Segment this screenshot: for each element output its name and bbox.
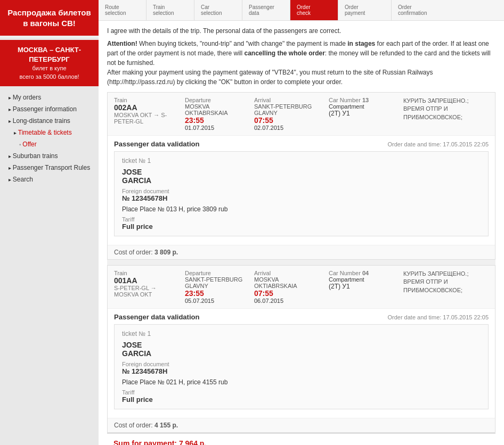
main-content: Routeselection Trainselection Carselecti… xyxy=(99,0,504,445)
attention-in-stages: in stages xyxy=(347,40,375,47)
seg2-car-num: 04 xyxy=(362,270,369,276)
seg1-arrival: Arrival SANKT-PETERBURG GLAVNY 07:55 02.… xyxy=(254,97,318,131)
seg1-dep-time: 23:55 xyxy=(185,116,243,125)
seg1-car-info: Car Number 13 Compartment (2T) У1 xyxy=(329,97,393,117)
seg2-dep-city: SANKT-PETERBURG GLAVNY xyxy=(185,276,243,289)
step-car: Carselection xyxy=(194,0,242,20)
seg1-price: 3809 rub xyxy=(202,205,227,213)
seg1-tariff-label: Tariff xyxy=(122,216,481,222)
sidebar-item-search[interactable]: ▸ Search xyxy=(0,174,99,185)
seg2-compartment-label: Compartment xyxy=(329,276,393,283)
step-order-payment: Orderpayment xyxy=(338,0,392,20)
seg2-order-date: Order date and time: 17.05.2015 22:05 xyxy=(387,314,489,320)
seg1-compartment-val: (2T) У1 xyxy=(329,110,393,117)
seg2-arr-city: MOSKVA OKTIABRSKAIA xyxy=(254,276,318,289)
seg1-ticket: ticket № 1 JOSE GARCIA Foreign document … xyxy=(114,151,489,236)
seg1-compartment-label: Compartment xyxy=(329,103,393,110)
sidebar-item-timetable[interactable]: ▸ Timetable & tickets xyxy=(0,127,99,138)
seg2-place-num: 021 Н xyxy=(166,378,183,386)
seg2-departure: Departure SANKT-PETERBURG GLAVNY 23:55 0… xyxy=(185,270,243,304)
promo-route: МОСКВА – САНКТ-ПЕТЕРБУРГ xyxy=(5,45,93,64)
seg2-compartment-val: (2T) У1 xyxy=(329,283,393,290)
seg1-car-num: 13 xyxy=(362,97,369,103)
promo-bottom[interactable]: МОСКВА – САНКТ-ПЕТЕРБУРГ билет в купе вс… xyxy=(0,40,99,86)
seg2-restrictions: КУРИТЬ ЗАПРЕЩЕНО.; ВРЕМЯ ОТПР И ПРИБМОСК… xyxy=(403,270,489,294)
segment-2: Train 001AA S-PETER-GL → MOSKVA OKT Depa… xyxy=(107,265,495,433)
seg2-dep-date: 05.07.2015 xyxy=(185,298,243,304)
steps-bar: Routeselection Trainselection Carselecti… xyxy=(99,0,504,21)
promo-offer: всего за 5000 баллов! xyxy=(5,73,93,81)
step-route: Routeselection xyxy=(99,0,147,20)
seg1-firstname: JOSE xyxy=(122,168,481,176)
seg2-arr-date: 06.07.2015 xyxy=(254,298,318,304)
seg2-arr-time: 07:55 xyxy=(254,289,318,298)
sidebar-item-passenger-info[interactable]: ▸ Passenger information xyxy=(0,103,99,115)
segment-2-info: Train 001AA S-PETER-GL → MOSKVA OKT Depa… xyxy=(108,266,495,309)
sidebar: Распродажа билетов в вагоны СВ! МОСКВА –… xyxy=(0,0,99,445)
seg1-arr-city: SANKT-PETERBURG GLAVNY xyxy=(254,103,318,116)
step-passenger: Passengerdata xyxy=(242,0,290,20)
promo-detail: билет в купе xyxy=(5,64,93,72)
sidebar-item-long-distance[interactable]: ▸ Long-distance trains xyxy=(0,115,99,127)
seg2-doc-label: Foreign document xyxy=(122,361,481,367)
seg1-ticket-num: ticket № 1 xyxy=(122,157,481,164)
sidebar-item-offer[interactable]: ◦ Offer xyxy=(0,138,99,150)
seg2-tariff-label: Tariff xyxy=(122,389,481,395)
seg1-doc-label: Foreign document xyxy=(122,188,481,194)
seg2-doc-number: № 12345678H xyxy=(122,367,481,375)
seg2-route: S-PETER-GL → MOSKVA OKT xyxy=(114,285,174,298)
seg1-arr-date: 02.07.2015 xyxy=(254,125,318,131)
seg1-tariff-value: Full price xyxy=(122,222,481,230)
step-train: Trainselection xyxy=(147,0,194,20)
promo-top[interactable]: Распродажа билетов в вагоны СВ! xyxy=(0,0,99,36)
sum-payment-row: Sum for payment: 7 964 р. xyxy=(107,433,495,445)
attention-cancel: cancelling the whole order xyxy=(244,50,324,57)
seg1-validation: Passenger data validation Order date and… xyxy=(108,136,495,245)
seg1-cost: Cost of order: 3 809 p. xyxy=(108,245,495,259)
attention-bold: Attention! xyxy=(107,40,137,47)
sidebar-nav: ▸ My orders ▸ Passenger information ▸ Lo… xyxy=(0,86,99,191)
seg1-place-price: Place Place № 013 Н, price 3809 rub xyxy=(122,205,481,213)
seg1-route: MOSKVA OKT → S-PETER-GL xyxy=(114,112,174,125)
seg2-train-number: Train 001AA S-PETER-GL → MOSKVA OKT xyxy=(114,270,174,298)
seg2-firstname: JOSE xyxy=(122,341,481,349)
seg2-validation: Passenger data validation Order date and… xyxy=(108,309,495,418)
seg2-validation-title: Passenger data validation Order date and… xyxy=(114,313,489,321)
seg2-ticket: ticket № 1 JOSE GARCIA Foreign document … xyxy=(114,324,489,409)
seg2-tariff-value: Full price xyxy=(122,395,481,403)
seg1-dep-date: 01.07.2015 xyxy=(185,125,243,131)
seg2-arrival: Arrival MOSKVA OKTIABRSKAIA 07:55 06.07.… xyxy=(254,270,318,304)
seg2-cost-val: 4 155 p. xyxy=(155,422,178,429)
seg2-lastname: GARCIA xyxy=(122,349,481,358)
seg1-place-num: 013 Н xyxy=(166,205,183,213)
seg2-car-info: Car Number 04 Compartment (2T) У1 xyxy=(329,270,393,290)
step-order-confirmation: Orderconfirmation xyxy=(392,0,450,20)
seg1-cost-val: 3 809 p. xyxy=(155,249,178,256)
segment-1: Train 002AA MOSKVA OKT → S-PETER-GL Depa… xyxy=(107,92,495,260)
seg1-lastname: GARCIA xyxy=(122,176,481,185)
attention-block: Attention! When buying tickets, "round-t… xyxy=(107,39,495,87)
seg1-doc-number: № 12345678H xyxy=(122,194,481,202)
seg1-arr-time: 07:55 xyxy=(254,116,318,125)
sum-label: Sum for payment: xyxy=(113,439,177,445)
sidebar-item-my-orders[interactable]: ▸ My orders xyxy=(0,92,99,103)
seg2-cost: Cost of order: 4 155 p. xyxy=(108,418,495,432)
sidebar-item-transport-rules[interactable]: ▸ Passenger Transport Rules xyxy=(0,162,99,174)
seg2-dep-time: 23:55 xyxy=(185,289,243,298)
seg1-departure: Departure MOSKVA OKTIABRSKAIA 23:55 01.0… xyxy=(185,97,243,131)
seg1-dep-city: MOSKVA OKTIABRSKAIA xyxy=(185,103,243,116)
seg1-validation-title: Passenger data validation Order date and… xyxy=(114,140,489,148)
seg2-place-price: Place Place № 021 Н, price 4155 rub xyxy=(122,378,481,386)
seg1-restrictions: КУРИТЬ ЗАПРЕЩЕНО.; ВРЕМЯ ОТПР И ПРИБМОСК… xyxy=(403,97,489,121)
seg2-ticket-num: ticket № 1 xyxy=(122,330,481,337)
seg2-price: 4155 rub xyxy=(202,378,227,386)
segment-1-info: Train 002AA MOSKVA OKT → S-PETER-GL Depa… xyxy=(108,93,495,136)
sum-value: 7 964 р. xyxy=(179,439,206,445)
seg1-train-num-val: 002AA xyxy=(114,103,174,112)
seg1-train-number: Train 002AA MOSKVA OKT → S-PETER-GL xyxy=(114,97,174,125)
sidebar-item-suburban[interactable]: ▸ Suburban trains xyxy=(0,150,99,162)
step-order-check: Ordercheck xyxy=(290,0,338,20)
seg2-train-num-val: 001AA xyxy=(114,276,174,285)
seg1-order-date: Order date and time: 17.05.2015 22:05 xyxy=(387,141,489,147)
agreement-text: I agree with the details of the trip. Th… xyxy=(107,27,495,35)
